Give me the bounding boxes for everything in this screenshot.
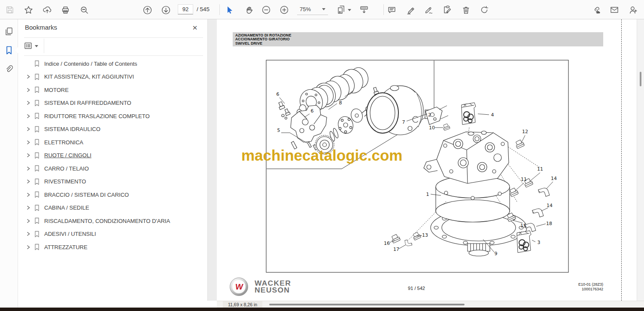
bookmark-item[interactable]: ATTREZZATURE	[18, 241, 207, 254]
fill-sign-icon[interactable]	[422, 3, 435, 16]
save-icon[interactable]	[3, 3, 16, 16]
bookmark-options-button[interactable]	[24, 40, 42, 52]
select-tool-icon[interactable]	[223, 3, 236, 16]
page-number-input[interactable]	[178, 4, 193, 15]
edit-pdf-icon[interactable]	[440, 3, 453, 16]
bookmark-item[interactable]: RIDUTTORE TRASLAZIONE COMPLETO	[18, 110, 207, 123]
close-icon[interactable]: ✕	[190, 23, 200, 32]
highlight-icon[interactable]	[404, 3, 416, 16]
callout-1: 1	[426, 192, 429, 197]
vertical-scrollbar[interactable]	[637, 19, 644, 301]
callout-12: 12	[522, 129, 528, 134]
panel-splitter[interactable]	[207, 19, 217, 301]
scroll-mode-icon[interactable]	[358, 3, 371, 16]
chevron-right-icon[interactable]	[25, 153, 32, 158]
hand-tool-icon[interactable]	[243, 3, 255, 16]
chevron-right-icon[interactable]	[25, 192, 32, 197]
chevron-right-icon[interactable]	[25, 101, 32, 105]
chevron-right-icon[interactable]	[25, 127, 32, 131]
callout-6b: 6	[311, 108, 314, 114]
page-total-label: / 545	[197, 6, 210, 12]
page-up-icon[interactable]	[141, 3, 154, 16]
bookmark-item[interactable]: MOTORE	[18, 83, 207, 97]
chevron-right-icon[interactable]	[25, 219, 32, 223]
callout-2: 2	[428, 112, 431, 118]
bookmark-icon	[34, 178, 40, 185]
bookmark-item[interactable]: RIVESTIMENTO	[18, 175, 207, 189]
share-upload-icon[interactable]	[41, 3, 54, 16]
callout-14: 14	[551, 176, 557, 181]
email-icon[interactable]	[608, 3, 621, 16]
page-dimensions-label: 11,69 x 8,26 in	[223, 301, 262, 308]
callout-10: 10	[429, 125, 435, 131]
bookmark-item-selected[interactable]: RUOTE / CINGOLI	[18, 149, 207, 162]
divider	[24, 55, 203, 56]
bookmark-item[interactable]: KIT ASSISTENZA, KIT AGGIUNTIVI	[18, 70, 207, 84]
delete-icon[interactable]	[459, 3, 472, 16]
callout-11: 11	[537, 166, 543, 172]
callout-13: 13	[422, 232, 428, 238]
bookmark-item[interactable]: BRACCIO / SISTEMA DI CARICO	[18, 188, 207, 201]
watermark: machinecatalogic.com	[241, 147, 402, 164]
chevron-right-icon[interactable]	[25, 245, 32, 250]
chevron-right-icon[interactable]	[25, 88, 32, 92]
chevron-right-icon[interactable]	[25, 74, 32, 79]
active-panel-notch	[15, 47, 18, 54]
page-down-icon[interactable]	[159, 3, 172, 16]
title-line-it: AZIONAMENTO DI ROTAZIONE	[235, 34, 603, 37]
page-thumbnails-icon[interactable]	[0, 22, 18, 41]
bookmark-icon	[34, 165, 40, 172]
chevron-right-icon[interactable]	[25, 232, 32, 236]
chevron-right-icon[interactable]	[25, 166, 32, 171]
callout-6: 6	[276, 91, 279, 97]
brand-monogram: W	[234, 282, 243, 292]
bookmark-item[interactable]: SISTEMA DI RAFFREDDAMENTO	[18, 97, 207, 110]
add-account-icon[interactable]	[626, 3, 639, 16]
callout-8: 8	[339, 100, 342, 106]
vertical-scrollbar-thumb[interactable]	[640, 72, 641, 86]
bookmark-icon	[34, 152, 40, 159]
chevron-right-icon[interactable]	[25, 114, 32, 119]
wacker-neuson-logo-icon: W	[230, 277, 248, 296]
comment-icon[interactable]	[385, 3, 398, 16]
callout-7: 7	[402, 119, 405, 125]
callout-11b: 11	[521, 177, 527, 182]
print-icon[interactable]	[59, 3, 72, 16]
fit-page-icon[interactable]	[335, 3, 353, 16]
chevron-right-icon[interactable]	[25, 179, 32, 184]
search-icon[interactable]	[78, 3, 91, 16]
document-page-indicator: 91 / 542	[386, 286, 447, 291]
bookmark-icon	[34, 113, 40, 119]
bookmark-icon	[34, 204, 40, 211]
bookmark-icon	[34, 191, 40, 198]
toolbar: / 545 75%	[0, 0, 644, 19]
bookmark-item[interactable]: ADESIVI / UTENSILI	[18, 228, 207, 241]
star-icon[interactable]	[22, 3, 35, 16]
divider	[24, 37, 203, 38]
bookmark-icon	[34, 217, 40, 224]
share-link-icon[interactable]	[589, 3, 602, 16]
zoom-level-dropdown[interactable]: 75%	[297, 4, 328, 15]
zoom-out-icon[interactable]	[260, 3, 273, 16]
bookmark-item[interactable]: ELETTRONICA	[18, 136, 207, 149]
refresh-icon[interactable]	[478, 3, 491, 16]
bookmark-item[interactable]: CARRO / TELAIO	[18, 162, 207, 175]
bookmarks-icon[interactable]	[0, 41, 18, 60]
zoom-in-icon[interactable]	[278, 3, 291, 16]
callout-14b: 14	[547, 203, 553, 208]
brand-logo: W WACKER NEUSON	[230, 277, 291, 296]
callout-15: 15	[520, 223, 526, 229]
horizontal-scrollbar-thumb[interactable]	[269, 304, 465, 305]
bookmark-item[interactable]: RISCALDAMENTO, CONDIZIONAMENTO D'ARIA	[18, 214, 207, 228]
bookmark-item[interactable]: SISTEMA IDRAULICO	[18, 123, 207, 136]
bookmark-icon	[34, 126, 40, 133]
bookmark-icon	[34, 100, 40, 107]
bookmark-item[interactable]: CABINA / SEDILE	[18, 201, 207, 215]
callout-18: 18	[546, 221, 552, 226]
bookmark-item[interactable]: Indice / Contenido / Table of Contents	[18, 57, 207, 70]
chevron-right-icon[interactable]	[25, 140, 32, 145]
callout-4: 4	[491, 112, 494, 118]
document-code: E10-01 (28Z3) 1000176342	[535, 282, 603, 291]
chevron-right-icon[interactable]	[25, 205, 32, 210]
attachments-icon[interactable]	[0, 60, 18, 79]
